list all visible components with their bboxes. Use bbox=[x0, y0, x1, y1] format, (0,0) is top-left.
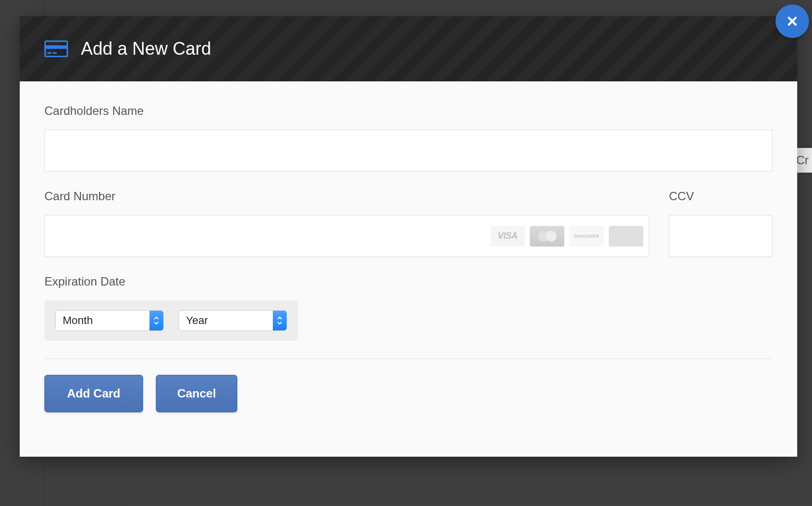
card-brand-icons: VISA DISCOVER bbox=[490, 226, 643, 247]
credit-card-icon bbox=[44, 40, 68, 57]
amex-icon bbox=[609, 226, 643, 247]
modal-title: Add a New Card bbox=[81, 38, 211, 59]
modal-header: Add a New Card bbox=[20, 16, 797, 81]
svg-rect-2 bbox=[47, 52, 51, 54]
expiration-box: Month Year bbox=[44, 300, 298, 341]
card-number-group: Card Number VISA DISCOVER bbox=[44, 189, 649, 257]
expiration-label: Expiration Date bbox=[44, 275, 773, 289]
select-arrows-icon bbox=[149, 311, 163, 330]
cardholder-name-input[interactable] bbox=[44, 130, 773, 172]
select-arrows-icon bbox=[273, 311, 287, 330]
month-selected-value: Month bbox=[56, 314, 149, 327]
cancel-button[interactable]: Cancel bbox=[156, 375, 237, 412]
discover-icon: DISCOVER bbox=[569, 226, 604, 247]
button-row: Add Card Cancel bbox=[44, 375, 773, 412]
add-card-modal: Add a New Card Cardholders Name Card Num… bbox=[20, 16, 797, 457]
ccv-group: CCV bbox=[669, 189, 773, 257]
card-number-label: Card Number bbox=[44, 189, 649, 203]
expiration-group: Expiration Date Month Year bbox=[44, 275, 773, 341]
visa-icon: VISA bbox=[490, 226, 525, 247]
modal-body: Cardholders Name Card Number VISA DISCOV… bbox=[20, 81, 797, 432]
expiration-month-select[interactable]: Month bbox=[55, 310, 164, 331]
ccv-input[interactable] bbox=[669, 215, 773, 257]
cardholder-name-label: Cardholders Name bbox=[44, 104, 773, 118]
cardholder-name-group: Cardholders Name bbox=[44, 104, 773, 172]
svg-rect-3 bbox=[53, 52, 57, 54]
close-button[interactable] bbox=[775, 4, 809, 38]
expiration-year-select[interactable]: Year bbox=[179, 310, 287, 331]
year-selected-value: Year bbox=[179, 314, 273, 327]
divider bbox=[44, 359, 773, 359]
ccv-label: CCV bbox=[669, 189, 773, 203]
svg-rect-1 bbox=[45, 45, 68, 49]
close-icon bbox=[786, 15, 798, 27]
add-card-button[interactable]: Add Card bbox=[44, 375, 143, 412]
mastercard-icon bbox=[530, 226, 564, 247]
